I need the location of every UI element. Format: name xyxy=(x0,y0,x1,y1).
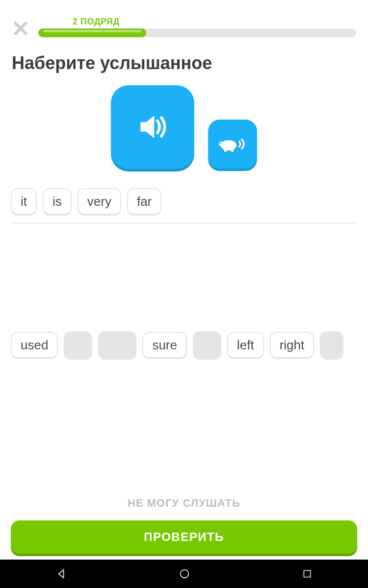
answer-chip[interactable]: very xyxy=(78,188,121,216)
check-button[interactable]: ПРОВЕРИТЬ xyxy=(11,520,357,554)
answer-chip[interactable]: it xyxy=(11,188,37,216)
answer-chip[interactable]: far xyxy=(127,188,161,216)
speaker-icon xyxy=(132,107,173,147)
play-audio-button[interactable] xyxy=(111,85,194,169)
turtle-icon xyxy=(217,132,248,156)
word-chip[interactable]: right xyxy=(270,332,315,359)
svg-point-4 xyxy=(220,143,222,145)
svg-point-1 xyxy=(219,142,224,147)
android-nav-bar xyxy=(0,560,368,588)
close-button[interactable] xyxy=(12,20,29,37)
word-bank: usedsureleftright xyxy=(0,223,368,360)
exercise-prompt: Наберите услышанное xyxy=(0,37,368,82)
word-chip[interactable]: used xyxy=(11,332,58,359)
svg-point-5 xyxy=(181,570,189,578)
progress-bar: 2 ПОДРЯД xyxy=(38,20,356,37)
cant-listen-button[interactable]: НЕ МОГУ СЛУШАТЬ xyxy=(11,484,357,520)
word-chip[interactable]: sure xyxy=(142,332,187,359)
empty-slot xyxy=(193,331,221,360)
empty-slot xyxy=(64,331,92,360)
nav-back-icon[interactable] xyxy=(56,568,67,579)
nav-home-icon[interactable] xyxy=(179,568,190,579)
svg-rect-6 xyxy=(304,570,310,577)
answer-chip[interactable]: is xyxy=(43,188,72,216)
play-audio-slow-button[interactable] xyxy=(208,120,257,169)
empty-slot xyxy=(98,331,136,360)
word-chip[interactable]: left xyxy=(227,332,264,359)
streak-label: 2 ПОДРЯД xyxy=(73,17,120,27)
nav-recent-icon[interactable] xyxy=(302,569,312,579)
empty-slot xyxy=(320,331,343,360)
svg-rect-3 xyxy=(231,149,234,152)
answer-line[interactable]: itisveryfar xyxy=(11,180,357,223)
svg-rect-2 xyxy=(224,149,227,152)
